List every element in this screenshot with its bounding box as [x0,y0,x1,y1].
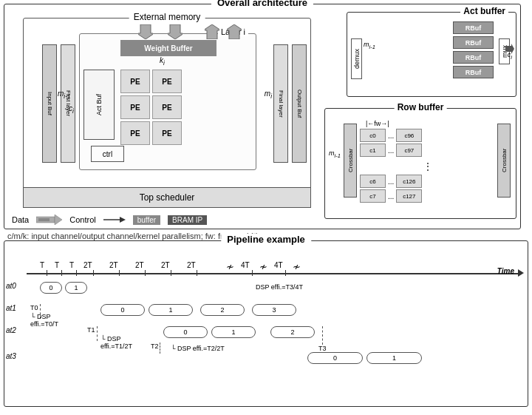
at1-block-3: 3 [252,304,296,316]
at2-block-2: 2 [270,326,315,338]
m-i-minus1-label: mi-1 [58,90,71,100]
up-arrow-2 [227,24,242,41]
t0-text: T0 [30,304,38,311]
fw-label: |←fw→| [366,120,389,127]
right-arch: Act buffer demux RBuf RBuf RBuf RBuf mux [321,12,516,219]
row-buf-inner: |←fw→| mi-1 Crossbar c0 ... c96 [344,120,512,215]
timeline-arrow [518,269,524,277]
2t-mark-2: 2T [109,261,118,269]
tick-8 [197,270,197,276]
data-arrow-icon [36,215,62,225]
at2-label: at2 [6,326,16,334]
svg-marker-1 [168,24,183,39]
tick-9 [252,270,253,276]
time-label: Time [497,267,514,275]
c0-cell: c0 [360,129,386,142]
pe-grid: PE PE PE PE PE PE [120,70,182,145]
ext-memory-box: External memory Input Buf First layer Ou… [23,18,311,192]
rbuf-cell: RBuf [453,66,494,78]
at1-block-0: 0 [100,304,145,316]
c97-cell: c97 [396,144,422,157]
pe-cell: PE [152,70,182,93]
down-arrow-2 [168,24,183,41]
input-buf: Input Buf [42,44,57,163]
at0-block-0: 0 [40,282,62,294]
rbuf-cell: RBuf [453,36,494,49]
pe-cell: PE [120,121,150,145]
tick-4 [93,270,94,276]
svg-marker-0 [138,24,153,39]
svg-marker-2 [205,24,219,39]
t3-text: T3 [318,345,327,352]
svg-marker-3 [227,24,242,39]
ci-label: ci [69,104,74,115]
rbuf-cell: RBuf [453,51,494,64]
t1-text: T1 [87,326,95,334]
dsp-annot-3: └ DSP effi.=T2/2T [171,345,225,352]
left-arch: External memory Input Buf First layer Ou… [8,12,318,219]
up-arrow-1 [205,24,219,41]
main-container: Overall architecture External memory Inp… [0,0,532,415]
svg-marker-4 [505,44,514,54]
final-layer-buf: Final layer [273,44,288,163]
at0-block-1: 1 [65,282,87,294]
weight-buffer: Weight Buffer [120,40,216,56]
act-mi-label: mi-1 [364,41,375,50]
at2-block-0: 0 [163,326,208,338]
crossbar-left: Crossbar [344,124,357,198]
control-arrow-icon [103,215,126,224]
pe-cell: PE [120,95,150,119]
c6-cell: c6 [360,175,386,188]
vertical-dots: ⋮ [360,161,496,172]
at2-block-1: 1 [211,326,256,338]
c127-cell: c127 [396,189,422,203]
control-label: Control [69,215,95,224]
rbuf-grid: RBuf RBuf RBuf RBuf [453,21,494,78]
t-mark-2: T [55,261,59,269]
dsp-effi-t3: DSP effi.=T3/4T [256,283,303,291]
crossbar-right: Crossbar [497,124,511,198]
2t-mark-4: 2T [161,261,170,269]
top-scheduler: Top scheduler [23,187,311,208]
pe-cell: PE [152,121,182,145]
at0-label: at0 [6,282,16,290]
svg-marker-7 [55,215,62,225]
arch-section: Overall architecture External memory Inp… [4,4,521,229]
t1-line [97,326,98,341]
arch-title: Overall architecture [211,0,313,8]
at1-label: at1 [6,304,16,312]
rbuf-cell: RBuf [453,21,494,34]
at1-block-2: 2 [200,304,245,316]
first-layer-buf: First layer [61,44,75,163]
t-mark-3: T [69,261,74,269]
tick-3 [76,270,77,276]
pe-cell: PE [152,95,182,119]
svg-rect-6 [38,218,50,221]
at3-block-0: 0 [307,352,363,364]
timeline-axis [27,273,520,274]
mi-label: mi [265,90,272,100]
tick-5 [119,270,120,276]
t-mark-1: T [40,261,44,269]
legend: Data Control buffer BRAM IP [12,215,207,225]
act-buffer-title: Act buffer [460,6,508,16]
ki-label: ki [160,56,165,67]
break-3: ≁ [293,261,301,272]
svg-marker-9 [120,217,126,223]
bram-legend: BRAM IP [168,215,207,225]
at3-block-1: 1 [366,352,422,364]
output-buf: Output Buf [292,44,307,163]
tick-10 [285,270,286,276]
c126-cell: c126 [396,175,422,188]
t2-text: T2 [151,343,159,350]
buffer-legend: buffer [133,215,160,225]
2t-mark-5: 2T [187,261,196,269]
break-2: ≁ [259,261,267,272]
tick-7 [171,270,171,276]
at1-block-1: 1 [149,304,193,316]
at3-label: at3 [6,352,16,360]
data-label: Data [12,215,29,224]
break-1: ≁ [226,261,234,272]
pe-cell: PE [120,70,150,93]
down-arrow-1 [138,24,153,41]
